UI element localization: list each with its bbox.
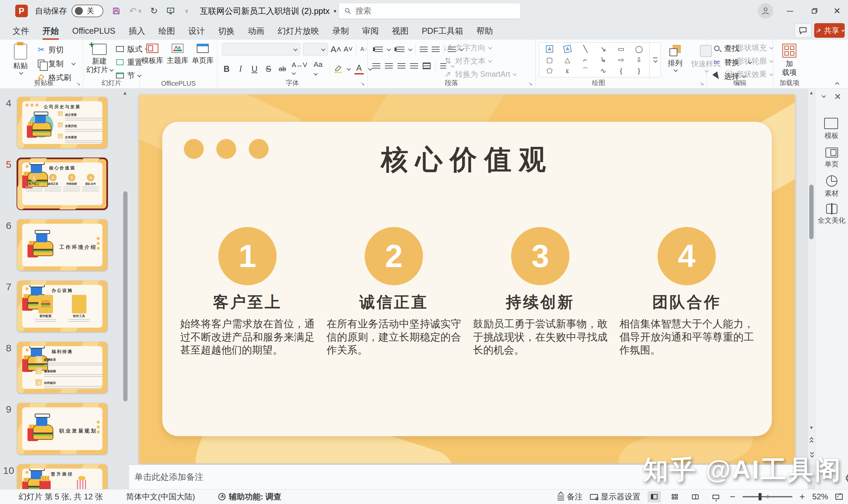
ribbon-tab[interactable]: 切换: [213, 23, 240, 39]
zoom-out-button[interactable]: −: [730, 491, 735, 502]
scrollbar-thumb[interactable]: [809, 185, 814, 239]
addins-button[interactable]: 加 载项: [777, 40, 802, 77]
slide-canvas[interactable]: 核心价值观 1 客户至上 始终将客户需求放在首位，通过不断改进产品和服务来满足甚…: [129, 89, 808, 465]
vertical-text-box-shape-icon[interactable]: A: [563, 45, 572, 53]
clear-formatting-button[interactable]: A◌: [359, 46, 369, 52]
clipboard-dialog-launcher-icon[interactable]: ↘: [76, 80, 81, 87]
zoom-slider-thumb[interactable]: [759, 493, 762, 500]
slide-thumbnail[interactable]: 职业发展规划: [17, 403, 107, 454]
oval-shape-icon[interactable]: ◯: [635, 45, 643, 53]
share-button[interactable]: 共享: [814, 23, 845, 38]
ribbon-tab[interactable]: 绘图: [153, 23, 180, 39]
language-selector[interactable]: 简体中文(中国大陆): [126, 491, 195, 502]
restore-button[interactable]: [803, 0, 826, 22]
block-arrow-right-shape-icon[interactable]: ⇨: [618, 56, 624, 64]
slide-thumbnail[interactable]: 核心价值观 客户至上: [17, 158, 107, 210]
cut-button[interactable]: ✂ 剪切: [36, 44, 74, 56]
shape-gallery-more-button[interactable]: [649, 43, 660, 77]
ribbon-tab[interactable]: 审阅: [357, 23, 384, 39]
editor-vertical-scrollbar[interactable]: ▲ ▼: [808, 89, 815, 465]
highlight-color-button[interactable]: [334, 65, 342, 73]
sidebar-item-materials[interactable]: 素材: [815, 175, 848, 198]
italic-button[interactable]: I: [236, 64, 245, 73]
elbow-connector-shape-icon[interactable]: ⌐: [583, 56, 587, 64]
slideshow-view-button[interactable]: [709, 491, 723, 502]
decrease-indent-button[interactable]: [420, 47, 428, 52]
sidebar-item-beautify[interactable]: 全文美化: [815, 204, 848, 225]
change-case-button[interactable]: Aa: [314, 60, 325, 77]
autosave-toggle[interactable]: 关: [72, 5, 103, 17]
next-slide-button[interactable]: [810, 452, 813, 457]
slide-thumbnail[interactable]: 福利待遇 薪酬体系: [17, 342, 107, 393]
zoom-in-button[interactable]: +: [800, 491, 805, 502]
font-name-select[interactable]: [222, 43, 300, 56]
collapse-ribbon-button[interactable]: [835, 82, 840, 86]
right-brace-shape-icon[interactable]: }: [638, 67, 640, 75]
zoom-slider[interactable]: [743, 496, 792, 498]
slide-title[interactable]: 核心价值观: [162, 142, 772, 178]
redo-button[interactable]: ↻: [150, 6, 158, 16]
sidebar-collapse-icon[interactable]: [822, 94, 826, 98]
slide-thumbnail[interactable]: 工作环境介绍: [17, 219, 107, 271]
copy-button[interactable]: 复制: [36, 58, 74, 70]
display-settings-button[interactable]: 显示器设置: [590, 491, 640, 502]
rectangle-shape-icon[interactable]: ▭: [618, 45, 624, 53]
notes-pane[interactable]: 单击此处添加备注: [129, 465, 808, 489]
columns-button[interactable]: [423, 62, 431, 69]
strikethrough-ab-button[interactable]: ab: [278, 65, 287, 73]
comments-button[interactable]: [794, 23, 812, 38]
ribbon-tab[interactable]: 设计: [183, 23, 210, 39]
previous-slide-button[interactable]: [810, 438, 813, 444]
find-button[interactable]: 查找: [712, 42, 751, 54]
ribbon-tab[interactable]: 录制: [327, 23, 354, 39]
ribbon-tab[interactable]: PDF工具箱: [416, 23, 468, 39]
value-column[interactable]: 3 持续创新 鼓励员工勇于尝试新事物，敢于挑战现状，在失败中寻找成长的机会。: [470, 227, 611, 357]
arrow-shape-icon[interactable]: ↘: [600, 45, 606, 53]
quick-access-dropdown-icon[interactable]: ∨: [184, 8, 189, 14]
font-color-button[interactable]: A: [354, 63, 364, 74]
align-center-button[interactable]: [385, 63, 393, 69]
sidebar-item-template[interactable]: 模板: [815, 119, 848, 140]
convert-smartart-button[interactable]: ⇗ 转换为 SmartArt: [443, 69, 516, 79]
numbering-button[interactable]: [397, 47, 404, 52]
paragraph-dialog-launcher-icon[interactable]: ↘: [529, 80, 533, 87]
minimize-button[interactable]: ─: [778, 0, 802, 22]
font-dialog-launcher-icon[interactable]: ↘: [360, 80, 365, 87]
ribbon-tab[interactable]: 帮助: [471, 23, 498, 39]
search-box[interactable]: [339, 3, 521, 19]
elbow-arrow-shape-icon[interactable]: ↳: [600, 56, 606, 64]
slide-info[interactable]: 幻灯片 第 5 张, 共 12 张: [19, 491, 103, 502]
rounded-rectangle-shape-icon[interactable]: ▢: [546, 56, 553, 64]
ribbon-tab[interactable]: 文件: [7, 23, 34, 39]
fit-slide-to-window-button[interactable]: [835, 494, 843, 500]
font-size-select[interactable]: [303, 43, 328, 56]
strikethrough-button[interactable]: S: [264, 64, 273, 74]
panel-scroll-up-icon[interactable]: ▲: [122, 90, 127, 96]
scroll-down-icon[interactable]: ▼: [808, 425, 815, 430]
accessibility-status[interactable]: 辅助功能: 调查: [218, 491, 281, 502]
slide-content-card[interactable]: 核心价值观 1 客户至上 始终将客户需求放在首位，通过不断改进产品和服务来满足甚…: [162, 122, 772, 436]
align-right-button[interactable]: [398, 63, 405, 69]
shape-gallery[interactable]: A A ╲ ↘ ▭ ◯ ▢ △ ⌐ ↳ ⇨ ⇩ ⬠ ε ⌒ ∿ {: [539, 42, 661, 77]
character-spacing-button[interactable]: A↔V: [292, 61, 309, 76]
justify-button[interactable]: [410, 63, 418, 69]
value-column[interactable]: 1 客户至上 始终将客户需求放在首位，通过不断改进产品和服务来满足甚至超越他们的…: [177, 227, 318, 357]
slide-sorter-view-button[interactable]: [668, 491, 681, 502]
freeform-shape-icon[interactable]: ⬠: [547, 67, 553, 75]
drawing-dialog-launcher-icon[interactable]: ↘: [699, 80, 704, 87]
increase-font-size-button[interactable]: A˄: [331, 44, 341, 55]
notes-toggle-button[interactable]: 备注: [557, 491, 583, 502]
align-left-button[interactable]: [372, 63, 380, 69]
close-button[interactable]: ✕: [826, 0, 848, 22]
slide-thumbnail[interactable]: 公司历史与发展 成立背景: [17, 97, 107, 148]
bullets-button[interactable]: [375, 47, 383, 52]
triangle-shape-icon[interactable]: △: [565, 56, 570, 64]
search-input[interactable]: [356, 6, 508, 16]
slide-thumbnail[interactable]: 晋升路径: [17, 464, 107, 489]
panel-scrollbar-thumb[interactable]: [123, 191, 127, 401]
left-brace-shape-icon[interactable]: {: [620, 67, 622, 75]
reading-view-button[interactable]: [689, 491, 702, 502]
scribble-shape-icon[interactable]: ε: [566, 67, 569, 75]
undo-button[interactable]: ↶∨: [129, 6, 142, 16]
paste-button[interactable]: 粘贴: [7, 40, 34, 74]
